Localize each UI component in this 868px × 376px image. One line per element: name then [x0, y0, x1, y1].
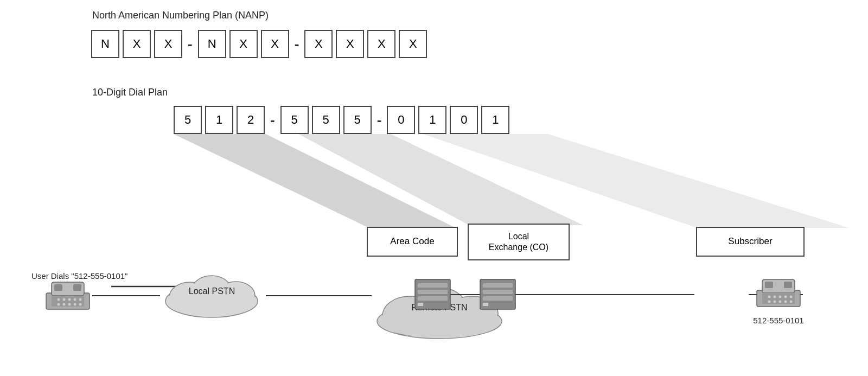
svg-point-26 — [58, 298, 60, 301]
nanp-x8: X — [399, 30, 427, 58]
nanp-x3: X — [229, 30, 258, 58]
svg-rect-43 — [418, 290, 448, 294]
subscriber-phone-icon — [754, 274, 803, 314]
svg-marker-1 — [298, 134, 583, 225]
nanp-title: North American Numbering Plan (NANP) — [92, 10, 269, 21]
svg-point-58 — [779, 296, 782, 298]
svg-rect-44 — [418, 296, 448, 301]
nanp-x7: X — [367, 30, 395, 58]
svg-point-29 — [74, 298, 76, 301]
svg-point-28 — [68, 298, 71, 301]
svg-point-56 — [768, 296, 771, 298]
nanp-digit-row: N X X - N X X - X X X X — [91, 30, 427, 58]
svg-point-57 — [774, 296, 776, 298]
svg-rect-24 — [73, 284, 81, 291]
server-left — [412, 277, 453, 317]
nanp-dash1: - — [188, 36, 193, 53]
svg-rect-49 — [483, 296, 513, 301]
nanp-x5: X — [304, 30, 333, 58]
svg-point-35 — [79, 303, 82, 306]
dial-1: 1 — [205, 106, 233, 134]
subscriber-box: Subscriber — [696, 227, 805, 257]
dial-5c: 5 — [343, 106, 372, 134]
dial-5: 5 — [174, 106, 202, 134]
main-container: North American Numbering Plan (NANP) N X… — [0, 0, 868, 376]
svg-rect-45 — [418, 303, 423, 306]
svg-point-30 — [79, 298, 82, 301]
nanp-n2: N — [198, 30, 226, 58]
svg-rect-53 — [765, 282, 773, 288]
dial-plan-title: 10-Digit Dial Plan — [92, 87, 168, 98]
svg-point-63 — [779, 301, 782, 303]
dial-0b: 0 — [450, 106, 478, 134]
caller-phone-icon — [43, 277, 92, 317]
local-exchange-box: Local Exchange (CO) — [468, 224, 570, 260]
svg-point-65 — [790, 301, 793, 303]
svg-rect-23 — [54, 284, 62, 291]
svg-point-62 — [774, 301, 776, 303]
svg-rect-48 — [483, 290, 513, 294]
dial-dash2: - — [377, 112, 382, 129]
svg-rect-42 — [418, 283, 448, 288]
nanp-x6: X — [336, 30, 364, 58]
nanp-x2: X — [154, 30, 182, 58]
dial-1b: 1 — [481, 106, 509, 134]
svg-rect-47 — [483, 283, 513, 288]
svg-point-59 — [784, 296, 787, 298]
svg-marker-0 — [174, 134, 456, 228]
dial-5b: 5 — [312, 106, 340, 134]
nanp-x4: X — [261, 30, 289, 58]
server-right — [477, 277, 518, 317]
svg-rect-54 — [784, 282, 792, 288]
dial-digit-row: 5 1 2 - 5 5 5 - 0 1 0 1 — [174, 106, 509, 134]
svg-point-64 — [784, 301, 787, 303]
local-pstn-label: Local PSTN — [173, 286, 251, 296]
area-code-box: Area Code — [367, 227, 458, 257]
dial-dash1: - — [270, 112, 275, 129]
subscriber-phone-number: 512-555-0101 — [749, 316, 808, 325]
svg-marker-2 — [423, 134, 849, 228]
svg-point-27 — [63, 298, 66, 301]
nanp-n1: N — [91, 30, 119, 58]
svg-point-34 — [74, 303, 76, 306]
dial-5a: 5 — [280, 106, 309, 134]
dial-2: 2 — [237, 106, 265, 134]
svg-point-31 — [58, 303, 60, 306]
local-pstn-cloud: Local PSTN — [157, 266, 266, 322]
dial-1a: 1 — [418, 106, 446, 134]
svg-point-32 — [63, 303, 66, 306]
nanp-dash2: - — [295, 36, 299, 53]
dial-0: 0 — [387, 106, 415, 134]
svg-point-60 — [790, 296, 793, 298]
nanp-x1: X — [123, 30, 151, 58]
svg-rect-50 — [483, 303, 488, 306]
svg-point-33 — [68, 303, 71, 306]
svg-point-61 — [768, 301, 771, 303]
